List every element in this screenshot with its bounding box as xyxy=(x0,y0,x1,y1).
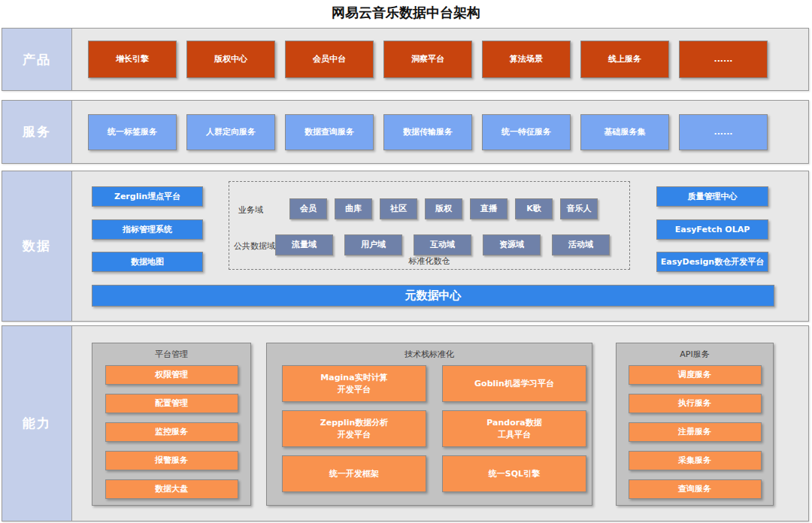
data-band-content: Zerglin埋点平台 指标管理系统 数据地图 业务域 会员 曲库 社区 版权 … xyxy=(72,171,808,321)
capability-box: 查询服务 xyxy=(629,479,762,499)
service-box: 人群定向服务 xyxy=(186,114,275,150)
capability-box: 统一SQL引擎 xyxy=(442,455,586,492)
common-domain-label: 公共数据域 xyxy=(234,240,275,252)
service-box-row: 统一标签服务 人群定向服务 数据查询服务 数据传输服务 统一特征服务 基础服务集… xyxy=(72,101,808,163)
band-label-service: 服务 xyxy=(2,101,72,163)
data-platform-box: EasyDesign数仓开发平台 xyxy=(656,252,768,272)
capability-box: 调度服务 xyxy=(629,365,762,385)
capability-box: 报警服务 xyxy=(105,451,238,470)
product-box: 洞察平台 xyxy=(383,41,472,78)
page-title: 网易云音乐数据中台架构 xyxy=(0,4,812,22)
business-domain-box: 社区 xyxy=(380,198,417,219)
capability-box: 数据大盘 xyxy=(105,479,238,499)
group-title: API服务 xyxy=(617,349,773,360)
capability-box: 统一开发框架 xyxy=(282,455,426,492)
data-tool-box: 指标管理系统 xyxy=(92,219,203,240)
business-domain-box: 版权 xyxy=(425,198,462,219)
service-box: 基础服务集 xyxy=(580,114,669,150)
band-capability: 能力 平台管理 权限管理 配置管理 监控服务 报警服务 数据大盘 技术栈标准化 … xyxy=(2,325,809,521)
business-domain-box: 音乐人 xyxy=(560,198,598,219)
capability-box: 执行服务 xyxy=(629,394,762,413)
capability-box: 采集服务 xyxy=(629,451,762,470)
business-domain-box: 会员 xyxy=(289,198,327,219)
common-domain-box: 流量域 xyxy=(275,234,333,255)
common-domain-box: 用户域 xyxy=(344,234,402,255)
service-box-more: ...... xyxy=(679,114,768,150)
platform-management-list: 权限管理 配置管理 监控服务 报警服务 数据大盘 xyxy=(92,365,250,499)
service-box: 数据查询服务 xyxy=(285,114,374,150)
business-domain-box: 曲库 xyxy=(335,198,372,219)
band-label-product: 产品 xyxy=(2,29,72,90)
product-box-row: 增长引擎 版权中心 会员中台 洞察平台 算法场景 线上服务 ...... xyxy=(72,29,808,90)
service-box: 统一特征服务 xyxy=(482,114,571,150)
platform-management-group: 平台管理 权限管理 配置管理 监控服务 报警服务 数据大盘 xyxy=(92,343,251,506)
business-domain-label: 业务域 xyxy=(238,204,263,216)
common-domain-box: 互动域 xyxy=(414,234,471,255)
capability-box: 权限管理 xyxy=(105,365,238,385)
tech-stack-grid: Magina实时计算 开发平台 Goblin机器学习平台 Zepplin数据分析… xyxy=(282,365,592,492)
band-product: 产品 增长引擎 版权中心 会员中台 洞察平台 算法场景 线上服务 ...... xyxy=(2,28,809,91)
capability-box: 配置管理 xyxy=(105,394,238,413)
api-service-group: API服务 调度服务 执行服务 注册服务 采集服务 查询服务 xyxy=(616,343,774,506)
group-title: 技术栈标准化 xyxy=(267,349,592,360)
business-domain-row: 会员 曲库 社区 版权 直播 K歌 音乐人 xyxy=(289,198,598,219)
product-box: 版权中心 xyxy=(186,41,275,78)
tech-stack-group: 技术栈标准化 Magina实时计算 开发平台 Goblin机器学习平台 Zepp… xyxy=(266,343,592,506)
warehouse-caption: 标准化数仓 xyxy=(229,255,629,267)
common-domain-row: 流量域 用户域 互动域 资源域 活动域 xyxy=(275,234,610,255)
api-service-list: 调度服务 执行服务 注册服务 采集服务 查询服务 xyxy=(617,365,773,499)
group-title: 平台管理 xyxy=(92,349,250,360)
data-tool-box: 数据地图 xyxy=(92,252,203,272)
standard-warehouse-panel: 业务域 会员 曲库 社区 版权 直播 K歌 音乐人 公共数据域 流量域 用户域 … xyxy=(229,181,630,270)
capability-box: 监控服务 xyxy=(105,422,238,442)
metadata-center-bar: 元数据中心 xyxy=(92,285,774,307)
data-platform-box: 质量管理中心 xyxy=(656,186,768,207)
band-label-capability: 能力 xyxy=(2,326,72,521)
common-domain-box: 资源域 xyxy=(483,234,541,255)
capability-box: 注册服务 xyxy=(629,422,762,442)
service-box: 数据传输服务 xyxy=(383,114,472,150)
data-tool-box: Zerglin埋点平台 xyxy=(92,186,203,207)
product-box: 会员中台 xyxy=(285,41,374,78)
product-box: 线上服务 xyxy=(580,41,669,78)
band-service: 服务 统一标签服务 人群定向服务 数据查询服务 数据传输服务 统一特征服务 基础… xyxy=(2,100,809,164)
business-domain-box: K歌 xyxy=(515,198,553,219)
service-box: 统一标签服务 xyxy=(88,114,177,150)
capability-box: Goblin机器学习平台 xyxy=(442,365,586,402)
band-data: 数据 Zerglin埋点平台 指标管理系统 数据地图 业务域 会员 曲库 社区 … xyxy=(2,171,809,322)
product-box-more: ...... xyxy=(679,41,768,78)
data-platform-box: EasyFetch OLAP xyxy=(656,219,768,240)
band-label-data: 数据 xyxy=(2,171,72,321)
business-domain-box: 直播 xyxy=(470,198,508,219)
capability-box: Pandora数据 工具平台 xyxy=(442,410,586,447)
common-domain-box: 活动域 xyxy=(552,234,610,255)
product-box: 增长引擎 xyxy=(88,41,177,78)
capability-box: Zepplin数据分析 开发平台 xyxy=(282,410,426,447)
product-box: 算法场景 xyxy=(482,41,571,78)
capability-band-content: 平台管理 权限管理 配置管理 监控服务 报警服务 数据大盘 技术栈标准化 Mag… xyxy=(72,326,808,521)
capability-box: Magina实时计算 开发平台 xyxy=(282,365,426,402)
